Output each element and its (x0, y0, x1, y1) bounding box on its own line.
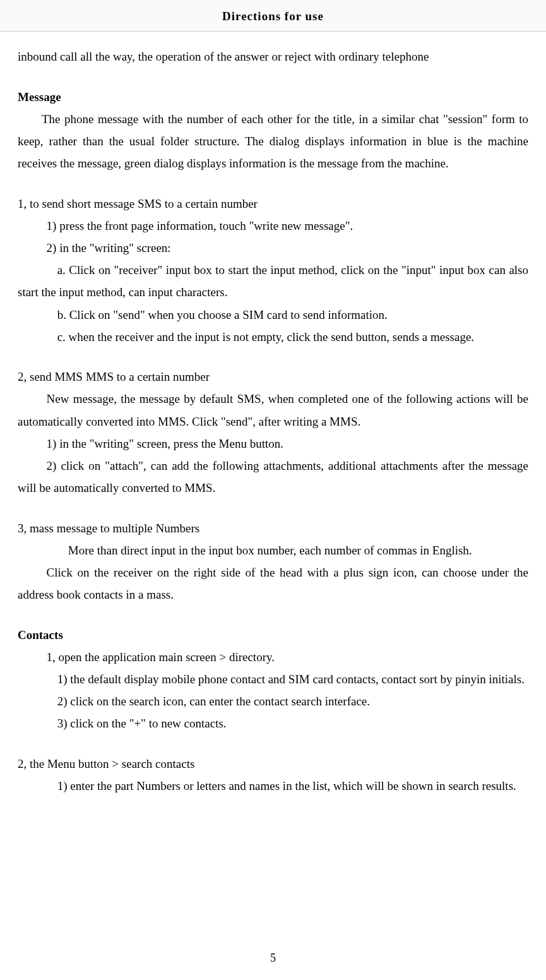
contacts-s2-l1: 1) enter the part Numbers or letters and… (18, 775, 528, 797)
message-s3-body1: More than direct input in the input box … (18, 539, 528, 561)
document-header: Directions for use (0, 0, 546, 32)
message-s2-l2: 2) click on "attach", can add the follow… (18, 455, 528, 499)
contacts-s1-l2: 2) click on the search icon, can enter t… (18, 690, 528, 712)
page-number: 5 (0, 948, 546, 969)
intro-continuation: inbound call all the way, the operation … (18, 45, 528, 68)
document-content: inbound call all the way, the operation … (0, 32, 546, 797)
contacts-s1-title: 1, open the application main screen > di… (18, 646, 528, 668)
contacts-s1-l1: 1) the default display mobile phone cont… (18, 668, 528, 690)
message-body: The phone message with the number of eac… (18, 108, 528, 174)
message-s1-b: b. Click on "send" when you choose a SIM… (18, 304, 528, 326)
contacts-heading: Contacts (18, 624, 528, 646)
message-s1-a: a. Click on "receiver" input box to star… (18, 259, 528, 303)
message-s1-c: c. when the receiver and the input is no… (18, 326, 528, 348)
header-title: Directions for use (222, 9, 324, 23)
message-s1-l1: 1) press the front page information, tou… (18, 215, 528, 237)
message-s1-title: 1, to send short message SMS to a certai… (18, 193, 528, 215)
message-s1-l2: 2) in the "writing" screen: (18, 237, 528, 259)
contacts-s2-title: 2, the Menu button > search contacts (18, 753, 528, 775)
message-s2-body: New message, the message by default SMS,… (18, 388, 528, 432)
message-s2-title: 2, send MMS MMS to a certain number (18, 366, 528, 388)
message-s3-title: 3, mass message to multiple Numbers (18, 517, 528, 539)
message-s2-l1: 1) in the "writing" screen, press the Me… (18, 433, 528, 455)
message-s3-body2: Click on the receiver on the right side … (18, 561, 528, 606)
contacts-s1-l3: 3) click on the "+" to new contacts. (18, 712, 528, 734)
message-heading: Message (18, 86, 528, 108)
